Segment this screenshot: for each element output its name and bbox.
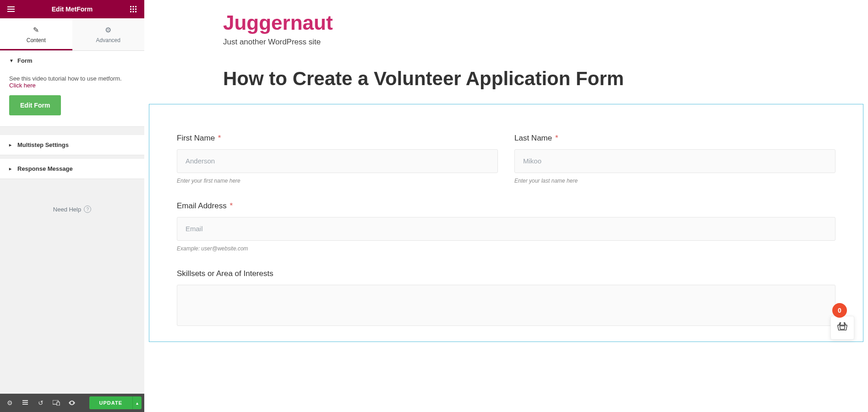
required-star: * (229, 201, 233, 210)
sidebar-header: Edit MetForm (0, 0, 144, 18)
cart-count-badge: 0 (832, 303, 847, 318)
widgets-grid-icon[interactable] (129, 5, 137, 13)
first-name-help: Enter your first name here (177, 178, 498, 184)
svg-rect-10 (22, 402, 28, 403)
svg-rect-6 (130, 11, 131, 12)
need-help-link[interactable]: Need Help ? (0, 179, 144, 239)
gear-icon: ⚙ (105, 26, 111, 34)
section-multistep: ▸ Multistep Settings (0, 135, 144, 155)
sidebar-footer: ⚙ ↺ UPDATE ▴ (0, 394, 144, 412)
section-title: Multistep Settings (17, 141, 69, 148)
form-row-skills: Skillsets or Area of Interests (177, 269, 835, 328)
skills-label: Skillsets or Area of Interests (177, 269, 835, 278)
site-title: Juggernaut (223, 13, 868, 33)
section-response: ▸ Response Message (0, 159, 144, 179)
spacer (0, 127, 144, 135)
field-email: Email Address * Example: user@website.co… (177, 201, 835, 252)
tab-label: Content (27, 37, 46, 43)
help-icon: ? (84, 206, 91, 213)
field-last-name: Last Name * Enter your last name here (514, 134, 835, 184)
required-star: * (555, 134, 558, 142)
tab-label: Advanced (96, 37, 120, 43)
preview-icon[interactable] (65, 396, 79, 410)
panel-title: Edit MetForm (52, 5, 93, 13)
svg-rect-8 (135, 11, 136, 12)
need-help-label: Need Help (53, 206, 81, 213)
field-first-name: First Name * Enter your first name here (177, 134, 498, 184)
site-tagline: Just another WordPress site (223, 38, 868, 47)
section-title: Response Message (17, 165, 73, 172)
editor-sidebar: Edit MetForm ✎ Content ⚙ Advanced ▼ Form… (0, 0, 144, 412)
last-name-input[interactable] (514, 149, 835, 173)
email-input[interactable] (177, 217, 835, 241)
caret-down-icon: ▼ (9, 58, 14, 63)
tutorial-text: See this video tutorial how to use metfo… (9, 75, 122, 82)
svg-rect-3 (130, 9, 131, 10)
panel-tabs: ✎ Content ⚙ Advanced (0, 18, 144, 51)
pencil-icon: ✎ (33, 26, 39, 34)
section-form: ▼ Form See this video tutorial how to us… (0, 51, 144, 127)
required-star: * (218, 134, 221, 142)
site-header: Juggernaut Just another WordPress site (144, 0, 868, 47)
navigator-icon[interactable] (18, 396, 32, 410)
section-form-content: See this video tutorial how to use metfo… (0, 70, 144, 126)
skills-textarea[interactable] (177, 285, 835, 326)
svg-rect-1 (133, 6, 134, 7)
settings-icon[interactable]: ⚙ (3, 396, 16, 410)
svg-rect-5 (135, 9, 136, 10)
last-name-help: Enter your last name here (514, 178, 835, 184)
email-label: Email Address * (177, 201, 835, 211)
section-header-multistep[interactable]: ▸ Multistep Settings (0, 135, 144, 155)
field-skills: Skillsets or Area of Interests (177, 269, 835, 328)
hamburger-icon[interactable] (7, 5, 15, 13)
preview-canvas: Juggernaut Just another WordPress site H… (144, 0, 868, 412)
email-help: Example: user@website.com (177, 245, 835, 252)
spacer (0, 155, 144, 159)
cart-widget[interactable]: 0 (830, 316, 854, 340)
form-row-name: First Name * Enter your first name here … (177, 134, 835, 184)
tab-advanced[interactable]: ⚙ Advanced (72, 18, 145, 50)
tutorial-link[interactable]: Click here (9, 82, 36, 89)
svg-rect-4 (133, 9, 134, 10)
history-icon[interactable]: ↺ (34, 396, 48, 410)
page-title: How to Create a Volunteer Application Fo… (223, 66, 635, 92)
svg-rect-2 (135, 6, 136, 7)
svg-rect-9 (22, 400, 28, 401)
form-section-widget[interactable]: First Name * Enter your first name here … (149, 104, 863, 342)
cart-box (830, 316, 854, 340)
update-button[interactable]: UPDATE (89, 396, 132, 409)
update-options-button[interactable]: ▴ (132, 396, 142, 409)
caret-right-icon: ▸ (9, 166, 14, 171)
svg-rect-7 (133, 11, 134, 12)
last-name-label: Last Name * (514, 134, 835, 143)
caret-right-icon: ▸ (9, 142, 14, 147)
section-title: Form (17, 57, 33, 64)
responsive-icon[interactable] (49, 396, 63, 410)
panel-body: ▼ Form See this video tutorial how to us… (0, 51, 144, 412)
first-name-label: First Name * (177, 134, 498, 143)
edit-form-button[interactable]: Edit Form (9, 95, 61, 115)
update-button-group: UPDATE ▴ (89, 396, 142, 409)
first-name-input[interactable] (177, 149, 498, 173)
svg-rect-13 (57, 402, 60, 406)
svg-rect-0 (130, 6, 131, 7)
section-header-response[interactable]: ▸ Response Message (0, 159, 144, 179)
section-header-form[interactable]: ▼ Form (0, 51, 144, 70)
form-row-email: Email Address * Example: user@website.co… (177, 201, 835, 252)
svg-rect-11 (22, 404, 28, 405)
basket-icon (837, 322, 847, 334)
tab-content[interactable]: ✎ Content (0, 18, 72, 50)
